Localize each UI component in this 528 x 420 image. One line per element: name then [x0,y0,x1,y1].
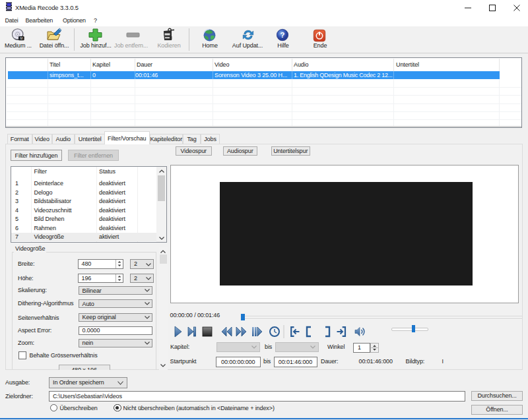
svg-text:?: ? [280,31,285,39]
svg-text:M: M [20,37,22,40]
